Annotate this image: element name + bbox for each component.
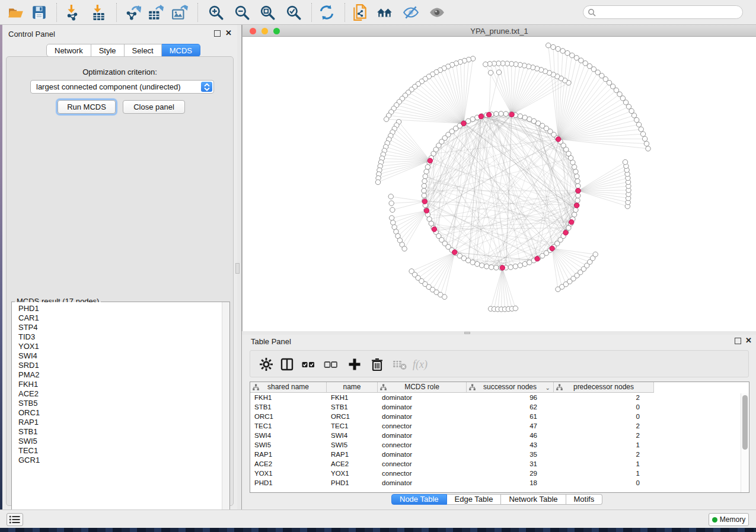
deselect-all-icon[interactable] xyxy=(324,357,338,371)
tab-motifs[interactable]: Motifs xyxy=(566,494,603,505)
column-label: MCDS role xyxy=(404,383,439,391)
mcds-result-item[interactable]: PHD1 xyxy=(18,304,229,313)
table-row-phd1[interactable]: PHD1PHD1dominator180 xyxy=(250,478,749,488)
tab-select[interactable]: Select xyxy=(125,44,162,57)
column-label: predecessor nodes xyxy=(573,383,634,391)
run-mcds-button[interactable]: Run MCDS xyxy=(58,100,116,114)
mcds-result-item[interactable]: SRD1 xyxy=(18,361,229,370)
network-overview-icon[interactable] xyxy=(377,4,393,21)
mcds-result-item[interactable]: ACE2 xyxy=(18,389,229,399)
mcds-result-item[interactable]: ORC1 xyxy=(18,408,229,418)
mcds-result-item[interactable]: SWI4 xyxy=(18,351,229,361)
network-window: YPA_prune.txt_1 xyxy=(242,25,756,331)
mcds-result-item[interactable]: STP4 xyxy=(18,323,229,332)
column-header-successor-nodes[interactable]: successor nodes⌄ xyxy=(467,382,554,393)
mcds-result-item[interactable]: GCR1 xyxy=(18,456,229,465)
close-panel-icon[interactable]: ✕ xyxy=(745,336,752,345)
tab-network-table[interactable]: Network Table xyxy=(501,494,566,505)
mcds-result-item[interactable]: RAP1 xyxy=(18,418,229,427)
column-header-predecessor-nodes[interactable]: predecessor nodes xyxy=(554,382,654,393)
table-scrollbar[interactable] xyxy=(741,393,748,492)
close-panel-button[interactable]: Close panel xyxy=(123,100,185,114)
delete-table-icon xyxy=(393,357,407,371)
table-toolbar: f(x) xyxy=(250,350,749,377)
mcds-result-item[interactable]: FKH1 xyxy=(18,380,229,389)
delete-row-icon[interactable] xyxy=(370,357,384,371)
scrollbar-thumb[interactable] xyxy=(742,395,748,450)
mcds-result-list[interactable]: PHD1CAR1STP4TID3YOX1SWI4SRD1PMA2FKH1ACE2… xyxy=(12,302,229,521)
tab-mcds[interactable]: MCDS xyxy=(162,44,200,57)
tab-edge-table[interactable]: Edge Table xyxy=(447,494,502,505)
table-row-tec1[interactable]: TEC1TEC1connector472 xyxy=(250,421,749,431)
table-row-swi4[interactable]: SWI4SWI4dominator462 xyxy=(250,431,749,440)
columns-icon[interactable] xyxy=(280,357,294,371)
refresh-icon[interactable] xyxy=(318,4,335,21)
table-row-yox1[interactable]: YOX1YOX1connector291 xyxy=(250,469,749,478)
task-history-button[interactable] xyxy=(7,513,23,526)
hide-eye-icon[interactable] xyxy=(403,4,419,21)
mcds-result-item[interactable]: PMA2 xyxy=(18,370,229,380)
table-row-orc1[interactable]: ORC1ORC1dominator610 xyxy=(250,412,749,421)
zoom-out-icon[interactable] xyxy=(234,4,250,21)
float-panel-icon[interactable] xyxy=(735,338,741,344)
cell-shared_name: SWI4 xyxy=(250,431,327,440)
column-header-shared-name[interactable]: shared name xyxy=(250,382,327,393)
save-session-icon[interactable] xyxy=(31,4,47,21)
table-row-swi5[interactable]: SWI5SWI5connector431 xyxy=(250,440,749,450)
cell-name: SWI4 xyxy=(327,431,378,440)
tab-node-table[interactable]: Node Table xyxy=(391,494,447,505)
mcds-result-item[interactable]: YOX1 xyxy=(18,342,229,351)
mcds-list-scrollbar[interactable] xyxy=(222,302,229,521)
sort-desc-icon: ⌄ xyxy=(546,383,550,393)
add-row-icon[interactable] xyxy=(347,357,362,371)
column-label: shared name xyxy=(267,383,309,391)
export-network-icon[interactable] xyxy=(125,4,141,21)
select-all-icon[interactable] xyxy=(301,357,315,371)
cell-name: PHD1 xyxy=(327,478,378,488)
tab-style[interactable]: Style xyxy=(91,44,125,57)
criterion-dropdown[interactable]: largest connected component (undirected) xyxy=(30,80,214,94)
network-graph[interactable] xyxy=(243,37,756,331)
attribute-type-icon xyxy=(556,384,563,391)
float-panel-icon[interactable] xyxy=(214,30,221,37)
table-row-rap1[interactable]: RAP1RAP1dominator352 xyxy=(250,450,749,459)
splitter-grip[interactable] xyxy=(464,332,470,334)
network-window-titlebar[interactable]: YPA_prune.txt_1 xyxy=(243,25,756,37)
close-panel-icon[interactable]: ✕ xyxy=(225,28,232,38)
import-table-icon[interactable] xyxy=(90,4,107,21)
table-row-stb1[interactable]: STB1STB1dominator620 xyxy=(250,402,749,412)
cell-successor_nodes: 61 xyxy=(467,412,554,421)
cell-successor_nodes: 96 xyxy=(467,393,554,402)
application-window: Control Panel ✕ NetworkStyleSelectMCDS O… xyxy=(0,0,756,532)
column-header-name[interactable]: name xyxy=(327,382,378,393)
mcds-result-item[interactable]: STB1 xyxy=(18,427,229,437)
network-title: YPA_prune.txt_1 xyxy=(243,27,756,36)
column-header-mcds-role[interactable]: MCDS role xyxy=(378,382,467,393)
search-input[interactable] xyxy=(583,5,743,19)
vertical-splitter[interactable] xyxy=(237,25,242,509)
mcds-result-item[interactable]: CAR1 xyxy=(18,313,229,323)
cell-mcds_role: connector xyxy=(378,459,467,469)
settings-gear-icon[interactable] xyxy=(259,357,273,371)
mcds-result-item[interactable]: TEC1 xyxy=(18,446,229,456)
import-network-icon[interactable] xyxy=(64,4,81,21)
memory-button[interactable]: Memory xyxy=(709,513,749,526)
export-image-icon[interactable] xyxy=(171,4,188,21)
zoom-in-icon[interactable] xyxy=(208,4,224,21)
zoom-fit-icon[interactable] xyxy=(259,4,276,21)
show-eye-icon[interactable] xyxy=(429,4,445,21)
open-session-icon[interactable] xyxy=(8,4,24,21)
table-row-ace2[interactable]: ACE2ACE2connector311 xyxy=(250,459,749,469)
mcds-result-item[interactable]: TID3 xyxy=(18,332,229,342)
network-canvas[interactable] xyxy=(243,37,756,331)
cell-predecessor_nodes: 0 xyxy=(554,402,654,412)
splitter-grip[interactable] xyxy=(235,263,240,274)
table-row-fkh1[interactable]: FKH1FKH1dominator962 xyxy=(250,393,749,402)
mcds-result-item[interactable]: SWI5 xyxy=(18,437,229,446)
tab-network[interactable]: Network xyxy=(46,44,91,57)
zoom-selected-icon[interactable] xyxy=(285,4,302,21)
mcds-result-item[interactable]: STB5 xyxy=(18,399,229,408)
export-table-icon[interactable] xyxy=(147,4,164,21)
search-field[interactable] xyxy=(598,7,739,18)
share-document-icon[interactable] xyxy=(352,4,368,21)
